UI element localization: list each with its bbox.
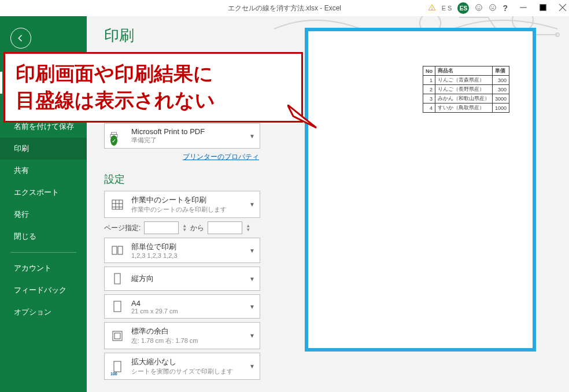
svg-marker-23: [287, 105, 316, 128]
settings-heading: 設定: [104, 172, 260, 186]
maximize-icon[interactable]: [539, 3, 547, 13]
svg-rect-11: [540, 4, 546, 10]
collate-select[interactable]: 部単位で印刷 1,2,3 1,2,3 1,2,3 ▼: [104, 238, 260, 263]
print-scope-select[interactable]: 作業中のシートを印刷 作業中のシートのみを印刷します ▼: [104, 191, 260, 218]
paper-icon: [109, 298, 125, 315]
svg-point-6: [478, 6, 478, 7]
collate-icon: [109, 242, 125, 258]
sidebar-item-feedback[interactable]: フィードバック: [0, 279, 87, 301]
printer-name: Microsoft Print to PDF: [131, 127, 205, 136]
window-title: エクセルの線を消す方法.xlsx - Excel: [228, 3, 341, 13]
svg-rect-17: [118, 246, 123, 254]
svg-rect-16: [112, 246, 117, 254]
sidebar-item-account[interactable]: アカウント: [0, 257, 87, 279]
pages-to-label: から: [190, 223, 204, 233]
annotation-callout: 印刷画面や印刷結果に 目盛線は表示されない: [3, 52, 303, 123]
sidebar-item-publish[interactable]: 発行: [0, 204, 87, 225]
warning-icon[interactable]: [428, 3, 436, 13]
back-button[interactable]: [10, 28, 31, 49]
printer-status-text: 準備完了: [131, 136, 205, 145]
svg-point-9: [492, 6, 492, 7]
pages-to-input[interactable]: [208, 221, 242, 234]
sidebar-item-print[interactable]: 印刷: [0, 138, 87, 160]
chevron-down-icon: ▼: [249, 201, 255, 208]
user-badge[interactable]: ES: [457, 2, 469, 14]
svg-rect-22: [114, 361, 121, 372]
preview-table: No商品名単価 1りんご（青森県産）3002りんご（長野県産）3003みかん（和…: [423, 66, 509, 113]
sidebar-item-share[interactable]: 共有: [0, 160, 87, 182]
chevron-down-icon: ▼: [249, 304, 255, 310]
scaling-icon: 100: [109, 358, 125, 375]
pages-from-input[interactable]: [144, 221, 179, 234]
smile-icon[interactable]: [475, 3, 483, 13]
print-preview: No商品名単価 1りんご（青森県産）3002りんご（長野県産）3003みかん（和…: [272, 16, 569, 392]
paper-size-select[interactable]: A4 21 cm x 29.7 cm ▼: [104, 294, 260, 319]
printer-icon: ✓: [109, 128, 125, 144]
svg-rect-20: [113, 331, 122, 341]
printer-select[interactable]: ✓ Microsoft Print to PDF 準備完了 ▼: [104, 123, 260, 149]
minimize-icon[interactable]: [519, 3, 527, 13]
help-icon[interactable]: ?: [503, 3, 508, 13]
close-icon[interactable]: [559, 3, 567, 13]
scaling-select[interactable]: 100 拡大縮小なし シートを実際のサイズで印刷します ▼: [104, 353, 260, 380]
svg-rect-19: [114, 301, 121, 312]
preview-page: No商品名単価 1りんご（青森県産）3002りんご（長野県産）3003みかん（和…: [305, 28, 536, 352]
svg-rect-12: [111, 132, 116, 134]
frown-icon[interactable]: [489, 3, 497, 13]
sidebar-item-close[interactable]: 閉じる: [0, 225, 87, 247]
status-ok-icon: ✓: [110, 135, 117, 146]
titlebar: エクセルの線を消す方法.xlsx - Excel E S ES ?: [0, 0, 569, 16]
pages-label: ページ指定:: [104, 223, 141, 233]
sheet-icon: [109, 197, 125, 213]
chevron-down-icon: ▼: [249, 332, 255, 339]
orientation-select[interactable]: 縦方向 ▼: [104, 267, 260, 291]
svg-rect-18: [114, 273, 120, 284]
svg-point-5: [476, 4, 482, 10]
portrait-icon: [109, 271, 125, 287]
svg-point-7: [480, 6, 481, 7]
svg-point-10: [494, 6, 494, 7]
chevron-down-icon: ▼: [249, 363, 255, 369]
chevron-down-icon: ▼: [249, 133, 255, 139]
sidebar-item-options[interactable]: オプション: [0, 301, 87, 323]
user-initials: E S: [442, 5, 452, 12]
page-title: 印刷: [104, 25, 260, 46]
chevron-down-icon: ▼: [249, 247, 255, 254]
svg-rect-15: [112, 200, 123, 209]
margins-select[interactable]: 標準の余白 左: 1.78 cm 右: 1.78 cm ▼: [104, 322, 260, 349]
callout-tail-icon: [287, 105, 328, 145]
sidebar-separator: [10, 252, 76, 253]
sidebar-item-export[interactable]: エクスポート: [0, 182, 87, 204]
printer-properties-link[interactable]: プリンターのプロパティ: [104, 152, 259, 162]
svg-point-8: [490, 4, 496, 10]
margins-icon: [109, 328, 125, 344]
svg-rect-21: [114, 333, 120, 339]
chevron-down-icon: ▼: [249, 276, 255, 282]
svg-point-4: [431, 9, 432, 9]
